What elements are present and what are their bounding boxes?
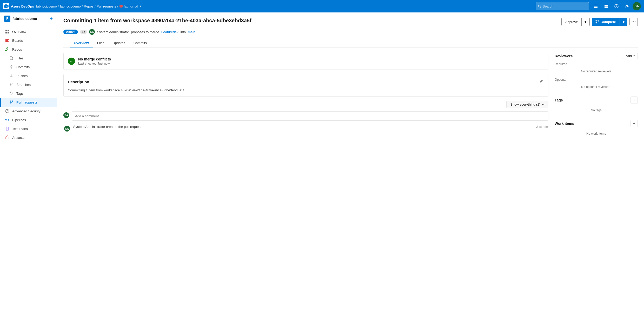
sidebar-label-commits: Commits (16, 65, 30, 69)
sidebar-item-boards[interactable]: Boards (0, 36, 57, 45)
work-items-header: Work items + (555, 120, 638, 127)
activity-text: System Administrator created the pull re… (73, 125, 141, 129)
sidebar-item-pushes[interactable]: Pushes (0, 71, 57, 80)
svg-rect-17 (5, 39, 9, 40)
source-branch-link[interactable]: Featuredev (161, 30, 178, 34)
description-header: Description (68, 78, 544, 85)
tab-updates[interactable]: Updates (108, 39, 129, 47)
svg-rect-16 (8, 32, 9, 33)
project-name: fabriccicdemo (12, 17, 37, 21)
svg-marker-0 (119, 5, 123, 8)
description-text: Committing 1 item from workspace 4890a14… (68, 88, 544, 92)
breadcrumb-prs[interactable]: Pull requests (97, 4, 116, 8)
sidebar-label-files: Files (16, 56, 23, 60)
pipelines-icon (5, 118, 10, 122)
more-options-button[interactable] (629, 18, 638, 26)
breadcrumb-org[interactable]: fabriccicdemo (36, 4, 57, 8)
nav-settings-icon[interactable] (622, 2, 632, 11)
show-everything-button[interactable]: Show everything (1) (506, 101, 548, 108)
breadcrumb-repos[interactable]: Repos (84, 4, 94, 8)
reviewers-title: Reviewers (555, 54, 573, 58)
tab-commits[interactable]: Commits (129, 39, 151, 47)
top-nav: Azure DevOps fabriccicdemo / fabriccicde… (0, 0, 644, 12)
nav-list-icon[interactable] (591, 2, 600, 11)
svg-point-54 (632, 22, 633, 22)
nav-actions: ? SA (591, 2, 641, 11)
user-avatar[interactable]: SA (633, 2, 641, 10)
svg-point-28 (11, 66, 12, 68)
sidebar-item-artifacts[interactable]: Artifacts (0, 133, 57, 142)
vote-count: 16 (80, 30, 87, 34)
breadcrumb-project[interactable]: fabriccicdemo (60, 4, 81, 8)
complete-dropdown-button[interactable]: ▼ (620, 18, 627, 26)
repo-badge[interactable]: fabriccicd ▼ (119, 4, 142, 8)
target-branch-link[interactable]: main (188, 30, 195, 34)
svg-point-55 (633, 22, 634, 22)
sidebar-item-test-plans[interactable]: Test Plans (0, 124, 57, 133)
optional-label: Optional (555, 78, 638, 81)
sidebar-item-overview[interactable]: Overview (0, 27, 57, 36)
comment-input[interactable] (72, 111, 548, 121)
tab-files[interactable]: Files (93, 39, 108, 47)
pushes-icon (9, 73, 14, 78)
no-conflicts-subtitle: Last checked Just now (78, 62, 111, 65)
svg-rect-19 (5, 41, 9, 42)
status-badge: Active (63, 30, 78, 34)
comment-area: SA (63, 111, 548, 121)
svg-point-38 (10, 103, 11, 104)
sidebar-add-button[interactable]: + (50, 16, 53, 21)
add-reviewer-dropdown-icon (633, 55, 635, 57)
nav-help-icon[interactable]: ? (612, 2, 621, 11)
svg-line-2 (540, 7, 541, 8)
approve-dropdown-button[interactable]: ▼ (582, 18, 589, 26)
overview-icon (5, 29, 10, 34)
add-tag-button[interactable]: + (630, 97, 638, 104)
sidebar-label-overview: Overview (12, 30, 26, 34)
sidebar-item-commits[interactable]: Commits (0, 63, 57, 71)
sidebar-item-branches[interactable]: Branches (0, 80, 57, 89)
activity-time: Just now (536, 125, 548, 129)
activity-author-avatar: SA (64, 126, 70, 132)
brand[interactable]: Azure DevOps (3, 3, 34, 9)
svg-point-22 (8, 50, 9, 51)
edit-description-button[interactable] (538, 78, 544, 85)
sidebar-label-pull-requests: Pull requests (16, 100, 38, 104)
pr-header: Committing 1 item from workspace 4890a14… (57, 12, 644, 47)
sidebar-label-boards: Boards (12, 39, 23, 43)
sidebar-item-pull-requests[interactable]: Pull requests (0, 98, 57, 107)
tags-title: Tags (555, 98, 563, 102)
activity-content: System Administrator created the pull re… (73, 125, 548, 129)
svg-point-43 (7, 112, 7, 112)
nav-store-icon[interactable] (601, 2, 611, 11)
sidebar-item-repos[interactable]: Repos (0, 45, 57, 54)
svg-point-44 (5, 119, 6, 120)
svg-point-32 (10, 85, 11, 86)
search-box[interactable] (536, 2, 589, 10)
pr-main: ✓ No merge conflicts Last checked Just n… (63, 53, 555, 143)
required-label: Required (555, 62, 638, 66)
sidebar-item-files[interactable]: Files (0, 54, 57, 63)
add-work-item-button[interactable]: + (630, 120, 638, 127)
approve-button[interactable]: Approve (561, 18, 582, 26)
tab-overview[interactable]: Overview (70, 39, 93, 47)
complete-merge-icon (595, 20, 599, 24)
pr-actions: Approve ▼ Complete ▼ (561, 18, 638, 26)
author-name: System Administrator (97, 30, 129, 34)
test-plans-icon (5, 126, 10, 131)
sidebar-header: F fabriccicdemo + (0, 12, 57, 25)
sidebar-item-pipelines[interactable]: Pipelines (0, 115, 57, 124)
svg-point-21 (5, 50, 6, 51)
svg-point-31 (11, 74, 12, 75)
search-input[interactable] (543, 4, 587, 8)
svg-rect-7 (606, 5, 608, 6)
sidebar-item-advanced-security[interactable]: Advanced Security (0, 107, 57, 115)
complete-button[interactable]: Complete (592, 18, 620, 26)
add-reviewer-button[interactable]: Add (623, 53, 638, 59)
sidebar-item-tags[interactable]: Tags (0, 89, 57, 98)
svg-point-20 (7, 48, 8, 49)
no-conflicts-content: ✓ No merge conflicts Last checked Just n… (68, 57, 544, 65)
search-icon (538, 5, 541, 8)
description-card: Description Committing 1 item from works… (63, 74, 548, 97)
into-text: into (180, 30, 186, 34)
current-user-avatar: SA (63, 112, 69, 118)
